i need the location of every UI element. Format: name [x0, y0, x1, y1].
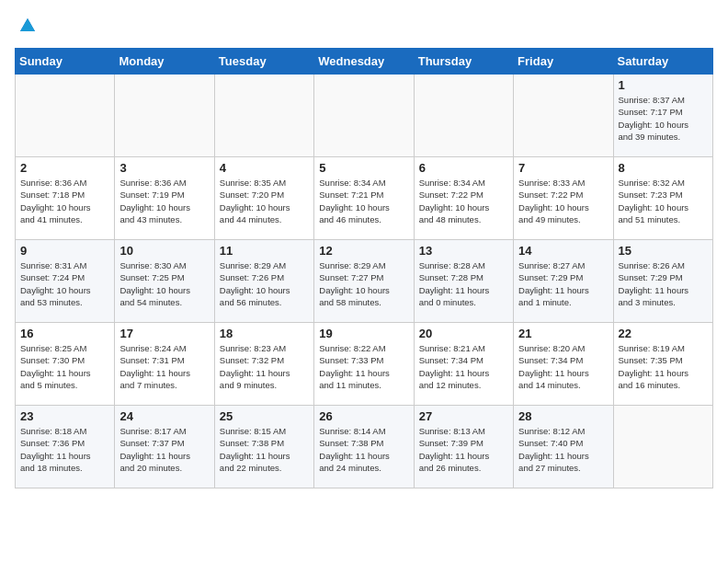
calendar-cell: 8Sunrise: 8:32 AM Sunset: 7:23 PM Daylig… — [613, 157, 712, 240]
day-number: 14 — [518, 244, 608, 258]
day-info: Sunrise: 8:35 AM Sunset: 7:20 PM Dayligh… — [220, 177, 309, 225]
day-number: 12 — [319, 244, 408, 258]
day-info: Sunrise: 8:22 AM Sunset: 7:33 PM Dayligh… — [319, 342, 408, 391]
calendar-cell: 18Sunrise: 8:23 AM Sunset: 7:32 PM Dayli… — [214, 323, 313, 406]
weekday-header: Friday — [514, 49, 613, 75]
calendar-cell: 27Sunrise: 8:13 AM Sunset: 7:39 PM Dayli… — [414, 406, 513, 488]
day-info: Sunrise: 8:14 AM Sunset: 7:38 PM Dayligh… — [319, 425, 408, 474]
calendar-cell: 2Sunrise: 8:36 AM Sunset: 7:18 PM Daylig… — [16, 157, 115, 240]
calendar-week-row: 23Sunrise: 8:18 AM Sunset: 7:36 PM Dayli… — [16, 406, 713, 488]
day-number: 7 — [518, 161, 608, 175]
day-number: 2 — [20, 161, 109, 175]
day-number: 26 — [319, 409, 408, 423]
day-info: Sunrise: 8:31 AM Sunset: 7:24 PM Dayligh… — [20, 259, 109, 308]
day-info: Sunrise: 8:37 AM Sunset: 7:17 PM Dayligh… — [619, 94, 708, 143]
page-header — [15, 15, 713, 37]
day-info: Sunrise: 8:20 AM Sunset: 7:34 PM Dayligh… — [518, 342, 608, 391]
weekday-header: Thursday — [414, 49, 513, 75]
calendar-table: SundayMondayTuesdayWednesdayThursdayFrid… — [15, 48, 713, 488]
day-number: 6 — [419, 161, 508, 175]
calendar-week-row: 9Sunrise: 8:31 AM Sunset: 7:24 PM Daylig… — [16, 240, 713, 323]
logo-icon — [17, 15, 39, 37]
calendar-cell: 23Sunrise: 8:18 AM Sunset: 7:36 PM Dayli… — [16, 406, 115, 488]
day-info: Sunrise: 8:19 AM Sunset: 7:35 PM Dayligh… — [619, 342, 708, 391]
calendar-cell: 7Sunrise: 8:33 AM Sunset: 7:22 PM Daylig… — [514, 157, 613, 240]
calendar-cell: 10Sunrise: 8:30 AM Sunset: 7:25 PM Dayli… — [115, 240, 214, 323]
weekday-header: Saturday — [613, 49, 712, 75]
calendar-cell — [115, 75, 214, 157]
calendar-cell: 15Sunrise: 8:26 AM Sunset: 7:29 PM Dayli… — [613, 240, 712, 323]
day-info: Sunrise: 8:18 AM Sunset: 7:36 PM Dayligh… — [20, 425, 109, 474]
day-number: 5 — [319, 161, 408, 175]
calendar-cell: 20Sunrise: 8:21 AM Sunset: 7:34 PM Dayli… — [414, 323, 513, 406]
day-info: Sunrise: 8:28 AM Sunset: 7:28 PM Dayligh… — [419, 259, 508, 308]
day-number: 22 — [619, 327, 708, 340]
day-info: Sunrise: 8:13 AM Sunset: 7:39 PM Dayligh… — [419, 425, 508, 474]
day-info: Sunrise: 8:36 AM Sunset: 7:19 PM Dayligh… — [119, 177, 209, 225]
day-number: 27 — [419, 409, 508, 423]
calendar-cell: 4Sunrise: 8:35 AM Sunset: 7:20 PM Daylig… — [214, 157, 313, 240]
calendar-cell: 6Sunrise: 8:34 AM Sunset: 7:22 PM Daylig… — [414, 157, 513, 240]
day-info: Sunrise: 8:33 AM Sunset: 7:22 PM Dayligh… — [518, 177, 608, 225]
calendar-cell: 9Sunrise: 8:31 AM Sunset: 7:24 PM Daylig… — [16, 240, 115, 323]
day-number: 23 — [20, 409, 109, 423]
day-number: 4 — [220, 161, 309, 175]
day-number: 10 — [119, 244, 209, 258]
calendar-week-row: 16Sunrise: 8:25 AM Sunset: 7:30 PM Dayli… — [16, 323, 713, 406]
logo — [15, 15, 39, 37]
calendar-cell — [214, 75, 313, 157]
calendar-cell: 14Sunrise: 8:27 AM Sunset: 7:29 PM Dayli… — [514, 240, 613, 323]
weekday-header-row: SundayMondayTuesdayWednesdayThursdayFrid… — [16, 49, 713, 75]
day-info: Sunrise: 8:15 AM Sunset: 7:38 PM Dayligh… — [220, 425, 309, 474]
calendar-cell — [613, 406, 712, 488]
calendar-cell: 19Sunrise: 8:22 AM Sunset: 7:33 PM Dayli… — [314, 323, 414, 406]
day-info: Sunrise: 8:23 AM Sunset: 7:32 PM Dayligh… — [220, 342, 309, 391]
day-number: 15 — [619, 244, 708, 258]
day-info: Sunrise: 8:34 AM Sunset: 7:22 PM Dayligh… — [419, 177, 508, 225]
day-info: Sunrise: 8:17 AM Sunset: 7:37 PM Dayligh… — [119, 425, 209, 474]
day-number: 8 — [619, 161, 708, 175]
calendar-week-row: 1Sunrise: 8:37 AM Sunset: 7:17 PM Daylig… — [16, 75, 713, 157]
calendar-cell: 3Sunrise: 8:36 AM Sunset: 7:19 PM Daylig… — [115, 157, 214, 240]
calendar-cell: 24Sunrise: 8:17 AM Sunset: 7:37 PM Dayli… — [115, 406, 214, 488]
calendar-cell: 16Sunrise: 8:25 AM Sunset: 7:30 PM Dayli… — [16, 323, 115, 406]
day-info: Sunrise: 8:27 AM Sunset: 7:29 PM Dayligh… — [518, 259, 608, 308]
calendar-cell: 26Sunrise: 8:14 AM Sunset: 7:38 PM Dayli… — [314, 406, 414, 488]
calendar-cell — [314, 75, 414, 157]
day-number: 1 — [619, 78, 708, 92]
day-info: Sunrise: 8:29 AM Sunset: 7:26 PM Dayligh… — [220, 259, 309, 308]
day-info: Sunrise: 8:26 AM Sunset: 7:29 PM Dayligh… — [619, 259, 708, 308]
day-info: Sunrise: 8:32 AM Sunset: 7:23 PM Dayligh… — [619, 177, 708, 225]
calendar-cell: 12Sunrise: 8:29 AM Sunset: 7:27 PM Dayli… — [314, 240, 414, 323]
day-number: 28 — [518, 409, 608, 423]
calendar-cell: 11Sunrise: 8:29 AM Sunset: 7:26 PM Dayli… — [214, 240, 313, 323]
calendar-cell: 25Sunrise: 8:15 AM Sunset: 7:38 PM Dayli… — [214, 406, 313, 488]
calendar-cell — [16, 75, 115, 157]
day-number: 18 — [220, 327, 309, 340]
day-info: Sunrise: 8:21 AM Sunset: 7:34 PM Dayligh… — [419, 342, 508, 391]
weekday-header: Monday — [115, 49, 214, 75]
calendar-cell: 17Sunrise: 8:24 AM Sunset: 7:31 PM Dayli… — [115, 323, 214, 406]
calendar-cell: 28Sunrise: 8:12 AM Sunset: 7:40 PM Dayli… — [514, 406, 613, 488]
day-info: Sunrise: 8:36 AM Sunset: 7:18 PM Dayligh… — [20, 177, 109, 225]
calendar-cell: 1Sunrise: 8:37 AM Sunset: 7:17 PM Daylig… — [613, 75, 712, 157]
day-info: Sunrise: 8:29 AM Sunset: 7:27 PM Dayligh… — [319, 259, 408, 308]
calendar-cell: 5Sunrise: 8:34 AM Sunset: 7:21 PM Daylig… — [314, 157, 414, 240]
svg-marker-1 — [20, 18, 35, 31]
calendar-cell: 22Sunrise: 8:19 AM Sunset: 7:35 PM Dayli… — [613, 323, 712, 406]
day-info: Sunrise: 8:25 AM Sunset: 7:30 PM Dayligh… — [20, 342, 109, 391]
weekday-header: Tuesday — [214, 49, 313, 75]
day-number: 19 — [319, 327, 408, 340]
day-number: 25 — [220, 409, 309, 423]
day-info: Sunrise: 8:24 AM Sunset: 7:31 PM Dayligh… — [119, 342, 209, 391]
day-number: 13 — [419, 244, 508, 258]
day-number: 11 — [220, 244, 309, 258]
calendar-cell — [514, 75, 613, 157]
day-number: 20 — [419, 327, 508, 340]
weekday-header: Wednesday — [314, 49, 414, 75]
day-number: 24 — [119, 409, 209, 423]
day-info: Sunrise: 8:34 AM Sunset: 7:21 PM Dayligh… — [319, 177, 408, 225]
day-info: Sunrise: 8:12 AM Sunset: 7:40 PM Dayligh… — [518, 425, 608, 474]
day-number: 17 — [119, 327, 209, 340]
calendar-week-row: 2Sunrise: 8:36 AM Sunset: 7:18 PM Daylig… — [16, 157, 713, 240]
